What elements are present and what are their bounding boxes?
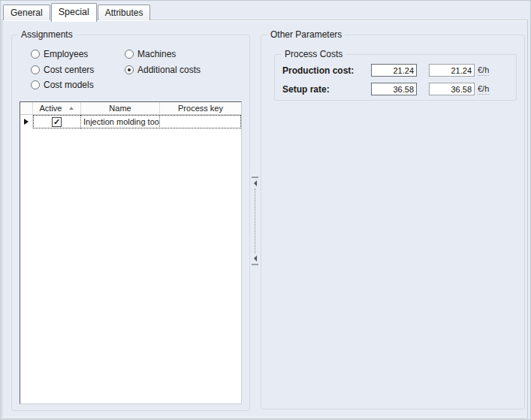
radio-machines[interactable]: Machines: [125, 49, 176, 59]
cell-process-key[interactable]: [160, 115, 241, 128]
radio-circle-icon: [31, 80, 40, 89]
tab-general-label: General: [11, 8, 43, 18]
radio-circle-icon: [125, 65, 134, 74]
other-parameters-groupbox: Other Parameters Process Costs Productio…: [261, 35, 525, 409]
assignments-groupbox: Assignments Employees Cost centers Cost …: [11, 35, 250, 411]
radio-circle-icon: [125, 50, 134, 59]
setup-rate-input[interactable]: [371, 83, 417, 95]
production-cost-label: Production cost:: [282, 65, 354, 76]
sort-ascending-icon: [69, 107, 74, 110]
tab-special-label: Special: [59, 7, 89, 17]
splitter-handle[interactable]: [249, 177, 261, 267]
setup-rate-label: Setup rate:: [282, 84, 330, 95]
cell-name[interactable]: Injection molding tool: [81, 115, 160, 128]
tab-special[interactable]: Special: [51, 3, 97, 22]
setup-rate-unit: €/h: [478, 84, 489, 95]
radio-cost-models[interactable]: Cost models: [31, 80, 94, 90]
production-cost-rate-input[interactable]: [429, 64, 475, 77]
properties-panel: General Special Attributes Assignments E…: [0, 0, 531, 420]
tab-page-special: Assignments Employees Cost centers Cost …: [2, 20, 528, 418]
radio-employees-label: Employees: [44, 49, 88, 59]
column-header-name[interactable]: Name: [81, 102, 160, 114]
column-header-active[interactable]: Active: [33, 102, 81, 114]
grid-header: Active Name Process key: [20, 102, 241, 115]
radio-cost-centers[interactable]: Cost centers: [31, 65, 94, 75]
radio-cost-centers-label: Cost centers: [44, 65, 94, 75]
radio-additional-costs[interactable]: Additional costs: [125, 65, 201, 75]
radio-machines-label: Machines: [137, 49, 176, 59]
current-row-arrow-icon: [24, 119, 29, 125]
cell-name-text: Injection molding tool: [83, 117, 160, 126]
production-cost-unit: €/h: [478, 65, 489, 76]
tab-attributes[interactable]: Attributes: [98, 5, 151, 20]
collapse-left-icon: [254, 180, 257, 186]
tab-general[interactable]: General: [3, 5, 50, 20]
row-cells: Injection molding tool: [33, 115, 241, 128]
tab-strip: General Special Attributes: [3, 2, 151, 20]
column-header-process-key[interactable]: Process key: [160, 102, 241, 114]
table-row[interactable]: Injection molding tool: [20, 115, 241, 128]
assignments-title: Assignments: [18, 29, 76, 40]
assignments-grid: Active Name Process key: [20, 101, 242, 404]
radio-circle-icon: [31, 50, 40, 59]
grid-corner-cell: [20, 102, 33, 114]
active-checkbox[interactable]: [52, 117, 62, 127]
column-header-process-key-label: Process key: [178, 104, 223, 113]
radio-additional-costs-label: Additional costs: [137, 65, 201, 75]
splitter-dash-icon: [252, 264, 258, 265]
radio-employees[interactable]: Employees: [31, 49, 88, 59]
production-cost-input[interactable]: [371, 64, 417, 77]
radio-cost-models-label: Cost models: [44, 80, 94, 90]
setup-rate-row: Setup rate: €/h: [275, 83, 516, 95]
column-header-name-label: Name: [109, 104, 131, 113]
splitter-dotted-grip: [255, 189, 255, 253]
cell-active: [33, 115, 81, 128]
production-cost-row: Production cost: €/h: [275, 64, 516, 77]
radio-circle-icon: [31, 65, 40, 74]
other-parameters-title: Other Parameters: [267, 29, 345, 40]
process-costs-title: Process Costs: [282, 49, 345, 59]
column-header-active-label: Active: [40, 104, 62, 113]
collapse-left-icon: [254, 255, 257, 261]
process-costs-groupbox: Process Costs Production cost: €/h Setup…: [274, 54, 517, 101]
splitter-dash-icon: [252, 177, 258, 178]
tab-attributes-label: Attributes: [105, 8, 143, 18]
row-selector[interactable]: [20, 115, 33, 128]
setup-rate-rate-input[interactable]: [429, 83, 475, 95]
